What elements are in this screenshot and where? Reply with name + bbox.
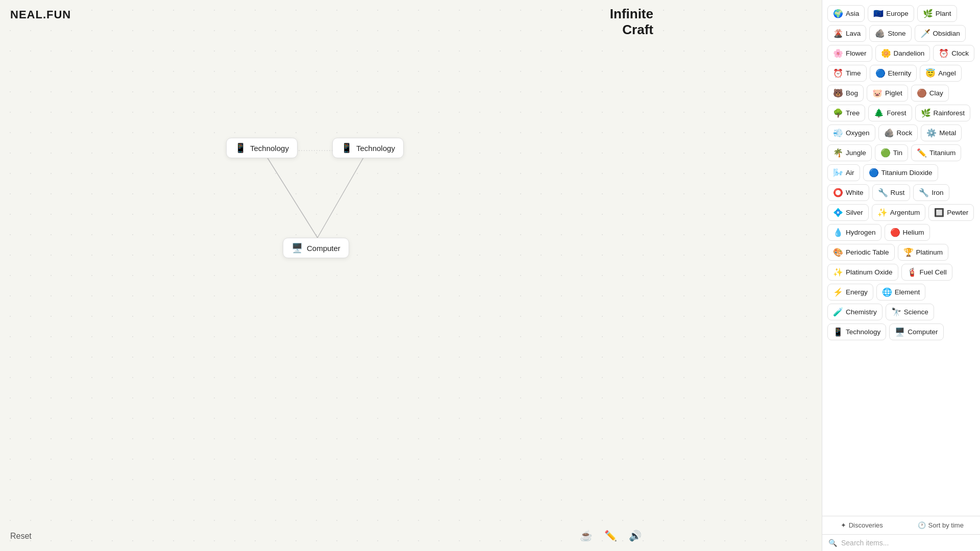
- sidebar-item[interactable]: 🌋Lava: [827, 25, 866, 42]
- item-icon: 🪨: [875, 29, 885, 38]
- sidebar-item[interactable]: 🧯Fuel Cell: [901, 264, 952, 281]
- item-icon: 🟢: [880, 148, 891, 158]
- item-label: Metal: [939, 129, 956, 137]
- item-icon: 🔭: [891, 307, 901, 317]
- connection-lines: [0, 0, 822, 551]
- item-icon: 💠: [833, 208, 843, 217]
- item-label: Periodic Table: [846, 248, 889, 256]
- sidebar-item[interactable]: 🔧Rust: [872, 184, 911, 201]
- search-input[interactable]: [841, 539, 974, 547]
- sidebar-item[interactable]: 🐻Bog: [827, 85, 864, 102]
- sidebar-item[interactable]: 🌿Rainforest: [915, 105, 971, 121]
- sidebar-item[interactable]: 📱Technology: [827, 323, 886, 340]
- item-label: Science: [904, 308, 928, 316]
- item-icon: 🟤: [917, 88, 927, 98]
- sort-tab[interactable]: 🕐 Sort by time: [901, 516, 981, 534]
- sidebar-item[interactable]: 🌐Element: [876, 284, 926, 300]
- sidebar-item[interactable]: ⚡Energy: [827, 284, 873, 300]
- sidebar-item[interactable]: 🌍Asia: [827, 5, 865, 22]
- item-icon: 🌬️: [833, 168, 843, 178]
- sidebar-item[interactable]: 💨Oxygen: [827, 124, 875, 141]
- sidebar-item[interactable]: 🔵Titanium Dioxide: [863, 164, 938, 181]
- sidebar-item[interactable]: 🐷Piglet: [867, 85, 908, 102]
- reset-button[interactable]: Reset: [10, 532, 32, 541]
- item-label: Clay: [929, 89, 943, 97]
- sidebar-item[interactable]: 🖥️Computer: [889, 323, 943, 340]
- sidebar-item[interactable]: 🟤Clay: [911, 85, 949, 102]
- sidebar-item[interactable]: ⏰Time: [827, 65, 867, 82]
- canvas-node-computer[interactable]: 🖥️Computer: [283, 238, 349, 258]
- sidebar-item[interactable]: 🔵Eternity: [870, 65, 917, 82]
- coffee-icon[interactable]: ☕: [578, 528, 594, 544]
- item-label: Piglet: [885, 89, 902, 97]
- discoveries-tab[interactable]: ✦ Discoveries: [822, 516, 901, 534]
- sidebar-item[interactable]: 🇪🇺Europe: [868, 5, 914, 22]
- svg-line-0: [263, 151, 317, 238]
- discoveries-icon: ✦: [841, 521, 846, 529]
- sidebar-item[interactable]: 🧪Chemistry: [827, 304, 883, 320]
- sidebar-item[interactable]: ✏️Titanium: [911, 144, 961, 161]
- sidebar-item[interactable]: 😇Angel: [920, 65, 962, 82]
- sidebar-item[interactable]: 🌳Tree: [827, 105, 865, 121]
- sidebar-item[interactable]: 🔲Pewter: [928, 204, 974, 221]
- volume-icon[interactable]: 🔊: [627, 528, 643, 544]
- item-label: Obsidian: [933, 30, 960, 37]
- item-icon: 🎨: [833, 247, 843, 257]
- item-icon: ✨: [877, 208, 888, 217]
- item-icon: ✨: [833, 267, 843, 277]
- canvas-node-tech2[interactable]: 📱Technology: [332, 138, 404, 158]
- item-label: Angel: [938, 69, 956, 77]
- sidebar-item[interactable]: 💧Hydrogen: [827, 224, 881, 241]
- sidebar-item[interactable]: ⏰Clock: [933, 45, 974, 62]
- item-icon: 🏆: [903, 247, 914, 257]
- canvas-area[interactable]: NEAL.FUN InfiniteCraft 📱Technology📱Techn…: [0, 0, 822, 551]
- sidebar-item[interactable]: 🌬️Air: [827, 164, 860, 181]
- item-label: Tin: [893, 149, 902, 157]
- item-label: Rock: [897, 129, 913, 137]
- sidebar-item[interactable]: ✨Argentum: [872, 204, 926, 221]
- item-label: Pewter: [947, 209, 968, 216]
- sidebar-item[interactable]: ⭕White: [827, 184, 869, 201]
- item-icon: ⚡: [833, 287, 843, 297]
- item-label: Lava: [846, 30, 861, 37]
- item-icon: 🔧: [919, 188, 929, 197]
- item-label: Helium: [903, 229, 924, 236]
- edit-icon[interactable]: ✏️: [602, 528, 619, 544]
- sidebar-item[interactable]: 🎨Periodic Table: [827, 244, 895, 261]
- item-icon: 🌼: [881, 48, 891, 58]
- svg-line-1: [317, 151, 368, 238]
- sidebar-item[interactable]: 🟢Tin: [875, 144, 908, 161]
- item-label: Platinum: [916, 248, 943, 256]
- sidebar-item[interactable]: 🏆Platinum: [898, 244, 949, 261]
- item-label: Asia: [846, 10, 859, 17]
- canvas-node-tech1[interactable]: 📱Technology: [226, 138, 298, 158]
- item-label: Dandelion: [894, 49, 925, 57]
- sidebar-item[interactable]: ⚙️Metal: [921, 124, 962, 141]
- item-icon: 🗡️: [920, 29, 930, 38]
- sidebar-item[interactable]: 🌴Jungle: [827, 144, 872, 161]
- sidebar-items-container: 🌍Asia🇪🇺Europe🌿Plant🌋Lava🪨Stone🗡️Obsidian…: [822, 0, 980, 516]
- sidebar-item[interactable]: 💠Silver: [827, 204, 869, 221]
- item-label: Eternity: [888, 69, 912, 77]
- item-label: Technology: [846, 328, 880, 336]
- sidebar-item[interactable]: 🔧Iron: [913, 184, 949, 201]
- sidebar-item[interactable]: 🪨Stone: [869, 25, 911, 42]
- sidebar-item[interactable]: 🔭Science: [886, 304, 934, 320]
- sidebar-item[interactable]: 🌸Flower: [827, 45, 872, 62]
- item-icon: 🌿: [921, 108, 931, 118]
- game-title: InfiniteCraft: [610, 6, 653, 38]
- sort-icon: 🕐: [918, 521, 926, 529]
- search-icon: 🔍: [828, 539, 837, 547]
- item-label: Silver: [846, 209, 863, 216]
- sidebar-item[interactable]: 🪨Rock: [878, 124, 918, 141]
- item-icon: 🖥️: [895, 327, 905, 337]
- sidebar-item[interactable]: 🌲Forest: [868, 105, 912, 121]
- sidebar-item[interactable]: ✨Platinum Oxide: [827, 264, 898, 281]
- item-label: Stone: [888, 30, 905, 37]
- sidebar-item[interactable]: 🗡️Obsidian: [915, 25, 966, 42]
- item-icon: 🌲: [874, 108, 884, 118]
- item-icon: 🇪🇺: [873, 9, 884, 18]
- sidebar-item[interactable]: 🔴Helium: [885, 224, 930, 241]
- sidebar-item[interactable]: 🌼Dandelion: [875, 45, 930, 62]
- sidebar-item[interactable]: 🌿Plant: [917, 5, 957, 22]
